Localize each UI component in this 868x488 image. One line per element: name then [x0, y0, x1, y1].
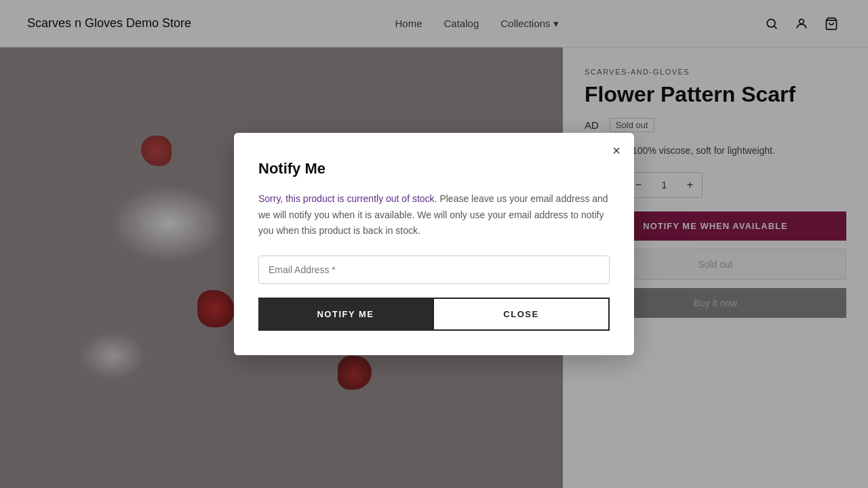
- modal-notify-button[interactable]: NOTIFY ME: [258, 298, 433, 331]
- modal-close-x-button[interactable]: ×: [612, 144, 620, 157]
- modal-close-button[interactable]: CLOSE: [433, 298, 610, 331]
- modal-button-group: NOTIFY ME CLOSE: [258, 298, 610, 331]
- email-input[interactable]: [258, 256, 610, 284]
- modal-overlay: × Notify Me Sorry, this product is curre…: [0, 0, 868, 488]
- notify-modal: × Notify Me Sorry, this product is curre…: [234, 133, 634, 355]
- modal-body-highlight: Sorry, this product is currently out of …: [258, 193, 437, 204]
- modal-body: Sorry, this product is currently out of …: [258, 191, 610, 239]
- modal-title: Notify Me: [258, 160, 610, 178]
